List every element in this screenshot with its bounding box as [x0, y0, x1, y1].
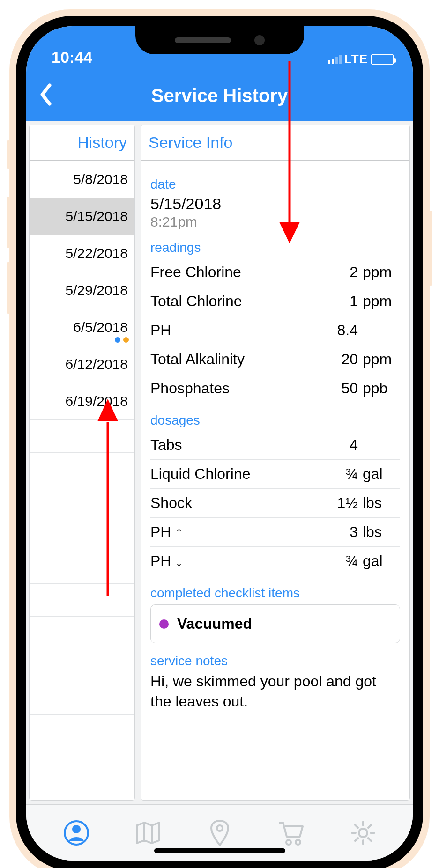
- dosages-value: 4: [320, 436, 363, 454]
- readings-label: PH: [150, 322, 320, 339]
- readings-row: PH8.4: [150, 316, 400, 345]
- service-time: 8:21pm: [150, 214, 400, 230]
- dosages-value: 1½: [320, 494, 363, 512]
- readings-value: 2: [320, 264, 363, 281]
- battery-icon: [371, 54, 394, 65]
- history-item-empty: [30, 617, 134, 649]
- svg-point-2: [217, 825, 223, 831]
- readings-row: Phosphates50ppb: [150, 374, 400, 403]
- dosages-label: Tabs: [150, 436, 320, 454]
- screen: 10:44 LTE: [26, 26, 413, 861]
- history-item[interactable]: 6/5/2018: [30, 309, 134, 346]
- page-title: Service History: [151, 85, 288, 106]
- dosages-unit: lbs: [363, 523, 400, 541]
- history-item[interactable]: 5/22/2018: [30, 235, 134, 272]
- settings-tab[interactable]: [348, 818, 378, 848]
- history-item[interactable]: 6/19/2018: [30, 383, 134, 420]
- readings-row: Total Alkalinity20ppm: [150, 345, 400, 374]
- content-area: History 5/8/20185/15/20185/22/20185/29/2…: [26, 121, 413, 804]
- checklist-item: Vacuumed: [150, 604, 400, 643]
- history-item-empty: [30, 551, 134, 584]
- readings-label: Phosphates: [150, 380, 320, 397]
- history-item-label: 5/15/2018: [66, 208, 128, 224]
- location-tab[interactable]: [205, 818, 235, 848]
- service-info-panel[interactable]: Service Info date 5/15/2018 8:21pm readi…: [141, 125, 410, 801]
- back-button[interactable]: [39, 83, 52, 108]
- notes-label: service notes: [150, 654, 400, 669]
- dosages-unit: lbs: [363, 494, 400, 512]
- home-indicator[interactable]: [154, 848, 285, 853]
- readings-unit: ppm: [363, 264, 400, 281]
- history-item-empty: [30, 420, 134, 453]
- history-item-label: 5/29/2018: [66, 282, 128, 298]
- history-item[interactable]: 5/29/2018: [30, 272, 134, 309]
- service-date: 5/15/2018: [150, 195, 400, 213]
- service-info-header: Service Info: [141, 125, 409, 161]
- readings-value: 1: [320, 293, 363, 310]
- history-item-empty: [30, 485, 134, 518]
- dosages-label: Shock: [150, 494, 320, 512]
- dosages-row: Tabs4: [150, 431, 400, 460]
- dosages-label: PH ↑: [150, 523, 320, 541]
- checklist-dot-icon: [159, 619, 169, 629]
- dosages-value: ¾: [320, 465, 363, 483]
- checklist: Vacuumed: [150, 604, 400, 643]
- dosages-label: dosages: [150, 413, 400, 428]
- phone-body: 10:44 LTE: [16, 16, 423, 868]
- history-item-empty: [30, 584, 134, 617]
- status-dot-icon: [115, 337, 120, 343]
- service-notes: Hi, we skimmed your pool and got the lea…: [150, 671, 400, 712]
- status-dot-icon: [123, 337, 129, 343]
- history-item-label: 5/8/2018: [73, 171, 128, 187]
- svg-point-5: [359, 829, 367, 837]
- status-indicators: LTE: [328, 52, 394, 66]
- dosages-row: PH ↑3lbs: [150, 518, 400, 547]
- title-bar: Service History: [26, 70, 413, 121]
- history-item[interactable]: 6/12/2018: [30, 346, 134, 383]
- history-item-empty: [30, 682, 134, 715]
- svg-point-4: [296, 840, 300, 845]
- checklist-label: completed checklist items: [150, 586, 400, 601]
- readings-table: Free Chlorine2ppmTotal Chlorine1ppmPH8.4…: [150, 258, 400, 403]
- cart-tab[interactable]: [276, 818, 306, 848]
- dosages-label: Liquid Chlorine: [150, 465, 320, 483]
- notch: [135, 26, 304, 54]
- history-item[interactable]: 5/15/2018: [30, 198, 134, 235]
- map-tab[interactable]: [133, 818, 163, 848]
- readings-label: Free Chlorine: [150, 264, 320, 281]
- history-item-empty: [30, 649, 134, 682]
- dosages-row: Shock1½lbs: [150, 489, 400, 518]
- status-time: 10:44: [52, 48, 92, 66]
- profile-tab[interactable]: [61, 818, 91, 848]
- readings-row: Total Chlorine1ppm: [150, 287, 400, 316]
- history-item-empty: [30, 453, 134, 485]
- readings-value: 50: [320, 380, 363, 397]
- dosages-unit: gal: [363, 465, 400, 483]
- history-panel: History 5/8/20185/15/20185/22/20185/29/2…: [29, 125, 135, 801]
- readings-value: 20: [320, 351, 363, 368]
- history-item-empty: [30, 518, 134, 551]
- readings-unit: ppm: [363, 293, 400, 310]
- svg-point-1: [72, 825, 81, 833]
- dosages-row: Liquid Chlorine¾gal: [150, 460, 400, 489]
- readings-unit: ppm: [363, 351, 400, 368]
- readings-row: Free Chlorine2ppm: [150, 258, 400, 287]
- history-list[interactable]: 5/8/20185/15/20185/22/20185/29/20186/5/2…: [30, 161, 134, 800]
- history-item-label: 6/5/2018: [73, 319, 128, 335]
- signal-icon: [328, 55, 342, 64]
- readings-value: 8.4: [320, 322, 363, 339]
- network-label: LTE: [344, 52, 368, 66]
- dosages-row: PH ↓¾gal: [150, 547, 400, 575]
- phone-frame: 10:44 LTE: [9, 9, 430, 868]
- history-item[interactable]: 5/8/2018: [30, 161, 134, 198]
- dosages-value: 3: [320, 523, 363, 541]
- history-header: History: [30, 125, 134, 161]
- dosages-table: Tabs4Liquid Chlorine¾galShock1½lbsPH ↑3l…: [150, 431, 400, 575]
- readings-unit: ppb: [363, 380, 400, 397]
- history-item-label: 6/12/2018: [66, 356, 128, 372]
- history-item-label: 5/22/2018: [66, 245, 128, 261]
- dosages-value: ¾: [320, 552, 363, 570]
- svg-point-3: [286, 840, 291, 845]
- dosages-label: PH ↓: [150, 552, 320, 570]
- checklist-item-label: Vacuumed: [177, 615, 252, 633]
